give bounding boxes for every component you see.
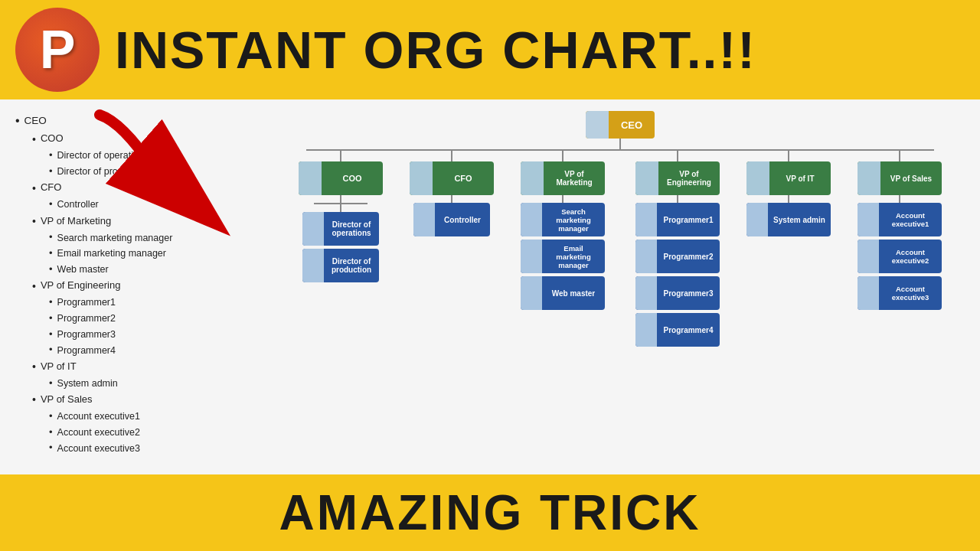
coo-label: COO [322,171,383,186]
search-mgr-icon [521,203,542,236]
acct3-icon [858,276,879,310]
prog2-node: Programmer2 [635,240,720,273]
org-chart: CEO COO [268,111,972,347]
bottom-banner: AMAZING TRICK [0,474,980,551]
ceo-block: CEO [306,111,934,151]
sysadmin-label: System admin [768,213,831,227]
controller-node: Controller [413,203,490,236]
powerpoint-logo: P [15,8,100,92]
vp-sales-icon [858,161,880,195]
vp-eng-icon [635,161,658,195]
acct3-label: Account executive3 [879,282,942,305]
outline-prog4: Programmer4 [15,342,245,358]
page-title: INSTANT ORG CHART..!! [115,20,756,80]
prog4-node: Programmer4 [635,313,720,347]
cfo-label: CFO [433,171,494,186]
vp-eng-label: VP of Engineering [658,167,720,190]
prog1-icon [635,203,657,236]
outline-vp-sales: VP of Sales [15,391,245,408]
email-mgr-node: Email marketing manager [521,240,605,273]
cfo-col: CFO Controller [406,151,498,236]
outline-vp-it: VP of IT [15,358,245,375]
prog4-icon [635,313,657,347]
vp-sales-label: VP of Sales [880,171,942,186]
email-mgr-label: Email marketing manager [542,241,605,272]
outline-webmaster: Web master [15,262,245,278]
ceo-label: CEO [609,116,655,134]
prog1-label: Programmer1 [657,213,720,227]
outline-prog3: Programmer3 [15,327,245,343]
vp-eng-node: VP of Engineering [635,161,720,195]
prog1-node: Programmer1 [635,203,720,236]
vp-marketing-node: VP of Marketing [521,161,605,195]
dir-ops-node: Director of operations [302,212,379,246]
controller-label: Controller [435,213,490,227]
ceo-icon [586,111,609,139]
controller-icon [413,203,435,236]
cfo-icon [410,161,433,195]
vp-sales-col: VP of Sales Account executive1 Account e… [850,151,949,310]
vp-marketing-label: VP of Marketing [544,167,605,190]
vp-marketing-icon [521,161,544,195]
vp-it-label: VP of IT [769,171,831,186]
cfo-node: CFO [410,161,494,195]
acct1-label: Account executive1 [879,208,942,231]
sysadmin-icon [746,203,768,236]
main-content: CEO COO Director of operations Director … [0,99,980,474]
bottom-title: AMAZING TRICK [279,484,701,541]
vp-it-icon [746,161,769,195]
vp-row: COO Director of operations [291,151,949,347]
email-mgr-icon [521,240,542,273]
dir-ops-label: Director of operations [324,217,379,240]
search-mgr-label: Search marketing manager [542,204,605,236]
outline-prog1: Programmer1 [15,295,245,311]
vp-eng-col: VP of Engineering Programmer1 Programmer… [628,151,727,347]
outline-acct2: Account executive2 [15,425,245,441]
webmaster-label: Web master [542,286,605,301]
red-arrow [77,107,245,237]
left-panel: CEO COO Director of operations Director … [0,99,260,474]
coo-icon [299,161,322,195]
coo-col: COO Director of operations [291,151,390,282]
sysadmin-node: System admin [746,203,831,236]
acct2-node: Account executive2 [858,240,942,273]
dir-ops-icon [302,212,324,246]
outline-acct1: Account executive1 [15,409,245,425]
vp-marketing-col: VP of Marketing Search marketing manager… [513,151,612,310]
prog4-label: Programmer4 [657,323,720,337]
acct2-label: Account executive2 [879,245,942,268]
outline-acct3: Account executive3 [15,440,245,456]
ceo-node: CEO [586,111,655,139]
acct3-node: Account executive3 [858,276,942,310]
webmaster-node: Web master [521,276,605,310]
coo-node: COO [299,161,383,195]
outline-prog2: Programmer2 [15,311,245,327]
prog2-label: Programmer2 [657,249,720,264]
acct2-icon [858,240,879,273]
dir-prod-icon [302,249,324,282]
right-panel: CEO COO [260,99,980,474]
top-banner: P INSTANT ORG CHART..!! [0,0,980,99]
prog2-icon [635,240,657,273]
ceo-vline [619,139,621,149]
webmaster-icon [521,276,542,310]
outline-vp-eng: VP of Engineering [15,278,245,295]
outline-email-mgr: Email marketing manager [15,246,245,262]
prog3-label: Programmer3 [657,286,720,301]
outline-sysadmin: System admin [15,376,245,392]
vp-it-col: VP of IT System admin [743,151,835,236]
search-mgr-node: Search marketing manager [521,203,605,236]
vp-sales-node: VP of Sales [858,161,942,195]
dir-prod-node: Director of production [302,249,379,282]
vp-it-node: VP of IT [746,161,831,195]
prog3-node: Programmer3 [635,276,720,310]
acct1-icon [858,203,879,236]
top-hbar [306,149,934,151]
dir-prod-label: Director of production [324,254,379,277]
prog3-icon [635,276,657,310]
acct1-node: Account executive1 [858,203,942,236]
